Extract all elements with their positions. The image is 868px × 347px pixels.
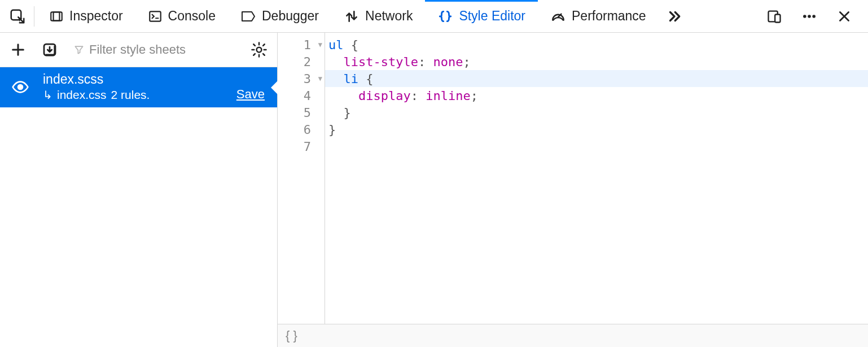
eye-icon [11,78,29,96]
stylesheet-text: index.scss ↳ index.css 2 rules. [43,72,150,102]
gutter-line: 1▼ [278,36,325,53]
more-tabs-button[interactable] [659,1,690,32]
tab-performance[interactable]: Performance [538,1,659,32]
separator [34,6,34,27]
close-icon [837,9,852,24]
toolbar-left [3,1,37,32]
responsive-mode-button[interactable] [762,1,787,32]
new-stylesheet-button[interactable] [5,36,32,63]
gutter-line: 6 [278,121,325,138]
pick-element-button[interactable] [3,1,32,32]
performance-icon [550,9,566,24]
style-editor-icon [437,9,453,24]
style-editor-settings-button[interactable] [246,36,273,63]
rules-count: 2 rules. [111,88,150,102]
inspector-icon [49,9,64,24]
svg-point-7 [808,15,811,18]
token-plain [328,55,344,69]
code-line[interactable]: } [325,104,868,121]
token-prop: list-style [344,55,418,69]
dots-icon [801,8,817,24]
token-punc: } [328,123,336,137]
compiled-name: index.css [57,88,107,102]
token-plain [358,72,366,86]
stylesheet-item[interactable]: index.scss ↳ index.css 2 rules. Save [0,67,277,107]
save-stylesheet-link[interactable]: Save [236,87,265,102]
token-sel: ul [328,38,344,52]
token-punc: { [366,72,373,86]
fold-toggle-icon[interactable]: ▼ [318,41,322,49]
tab-label: Debugger [262,8,319,24]
token-punc: ; [463,55,470,69]
svg-rect-2 [54,12,60,20]
tab-console[interactable]: Console [135,1,228,32]
editor-body: 1▼23▼4567 ul { list-style: none; li { di… [278,33,868,324]
style-editor-main: index.scss ↳ index.css 2 rules. Save 1▼2… [0,33,868,347]
code-editor[interactable]: ul { list-style: none; li { display: inl… [325,33,868,324]
filter-wrap [68,42,241,57]
svg-point-11 [18,85,23,89]
gear-icon [251,41,268,58]
import-stylesheet-button[interactable] [36,36,63,63]
token-val: none [433,55,463,69]
svg-point-6 [803,15,806,18]
line-gutter: 1▼23▼4567 [278,33,325,324]
code-line[interactable]: list-style: none; [325,53,868,70]
kebab-menu-button[interactable] [797,1,822,32]
network-icon [344,9,360,24]
token-plain [328,106,344,120]
fold-toggle-icon[interactable]: ▼ [318,75,322,83]
token-prop: display [358,89,411,103]
code-line[interactable]: ul { [325,36,868,53]
debugger-icon [240,10,256,23]
at-rules-placeholder: { } [286,328,297,343]
devices-icon [766,8,782,24]
token-plain [426,55,433,69]
console-icon [148,9,163,24]
editor-pane: 1▼23▼4567 ul { list-style: none; li { di… [278,33,868,347]
code-line[interactable]: display: inline; [325,87,868,104]
chevrons-right-icon [666,8,683,25]
stylesheet-sidebar: index.scss ↳ index.css 2 rules. Save [0,33,278,347]
tab-style-editor[interactable]: Style Editor [425,1,538,32]
tab-label: Network [365,8,413,24]
svg-point-8 [812,15,816,18]
import-icon [41,41,58,58]
toggle-visibility-button[interactable] [10,78,30,96]
token-val: inline [426,89,470,103]
tab-label: Console [168,8,216,24]
close-devtools-button[interactable] [832,1,857,32]
tab-label: Style Editor [459,8,525,24]
sidebar-toolbar [0,33,277,67]
svg-rect-3 [150,11,161,21]
filter-icon [73,44,85,56]
gutter-line: 2 [278,53,325,70]
devtools-toolbar: Inspector Console Debugger Network Style… [0,0,868,33]
tab-inspector[interactable]: Inspector [37,1,135,32]
token-punc: : [418,55,426,69]
token-punc: } [344,106,351,120]
gutter-line: 3▼ [278,70,325,87]
toolbar-right [762,1,865,32]
token-plain [328,72,344,86]
token-punc: : [411,89,418,103]
tab-debugger[interactable]: Debugger [228,1,331,32]
token-plain [418,89,426,103]
filter-stylesheets-input[interactable] [89,42,241,57]
tab-network[interactable]: Network [331,1,425,32]
code-line[interactable]: } [325,121,868,138]
token-punc: { [351,38,358,52]
svg-rect-1 [51,12,62,20]
svg-rect-5 [775,14,780,22]
gutter-line: 7 [278,138,325,155]
stylesheet-name: index.scss [43,72,150,87]
stylesheet-subline: ↳ index.css 2 rules. [43,88,150,102]
at-rules-bar[interactable]: { } [278,324,868,347]
code-line[interactable] [325,138,868,155]
tab-label: Performance [572,8,646,24]
token-punc: ; [471,89,478,103]
token-plain [328,89,358,103]
tab-label: Inspector [69,8,123,24]
code-line[interactable]: li { [325,70,868,87]
gutter-line: 4 [278,87,325,104]
